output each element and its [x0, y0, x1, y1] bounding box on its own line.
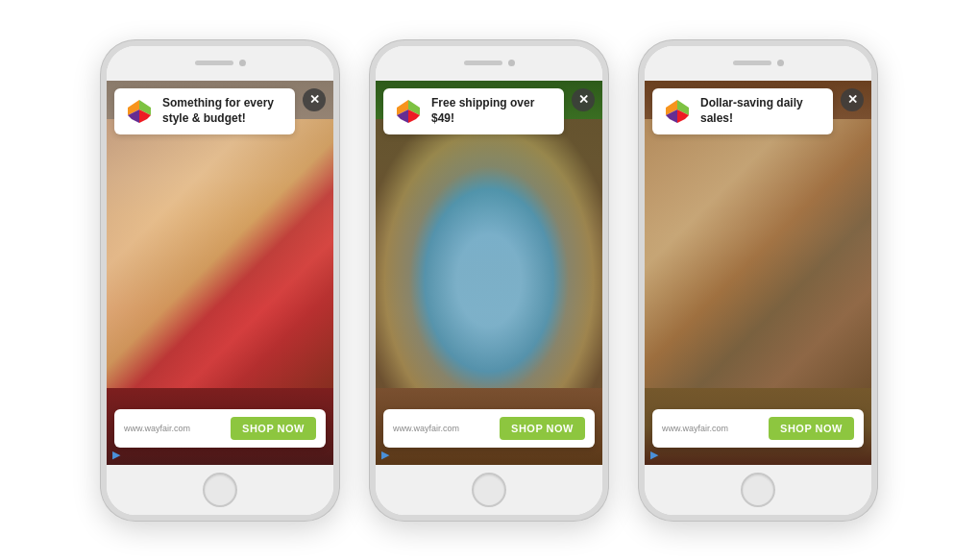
- ad-info-icon-2: ▶: [381, 449, 389, 461]
- volume-down-button-2: [370, 159, 372, 186]
- home-button-3[interactable]: [741, 473, 775, 507]
- power-button: [337, 142, 339, 190]
- ad-product-image-1: [107, 119, 333, 388]
- power-button-2: [606, 142, 608, 190]
- wayfair-logo-3: [662, 96, 693, 127]
- ad-url-1: www.wayfair.com: [124, 424, 190, 433]
- ad-header-panel-3: Dollar-saving daily sales!: [652, 88, 833, 134]
- ad-url-3: www.wayfair.com: [662, 424, 728, 433]
- ad-url-2: www.wayfair.com: [393, 424, 459, 433]
- speaker-3: [733, 61, 771, 65]
- volume-up-button-3: [639, 123, 641, 150]
- close-button-2[interactable]: ✕: [572, 88, 595, 111]
- wayfair-logo-2: [393, 96, 424, 127]
- ad-headline-2: Free shipping over $49!: [431, 96, 554, 126]
- volume-down-button: [101, 159, 103, 186]
- camera-1: [239, 60, 246, 66]
- ad-header-panel-2: Free shipping over $49!: [383, 88, 564, 134]
- phone-bottom-2: [376, 465, 602, 515]
- close-button-3[interactable]: ✕: [841, 88, 864, 111]
- speaker-2: [464, 61, 502, 65]
- phone-top-bar-1: [107, 46, 333, 81]
- phone-2: Free shipping over $49! ✕ www.wayfair.co…: [370, 40, 608, 521]
- home-button-2[interactable]: [472, 473, 506, 507]
- phone-bottom-3: [645, 465, 871, 515]
- ad-product-image-3: [645, 119, 871, 388]
- phone-screen-1: Something for every style & budget! ✕ ww…: [107, 81, 333, 465]
- phone-1: Something for every style & budget! ✕ ww…: [101, 40, 339, 521]
- wayfair-logo-1: [124, 96, 155, 127]
- ad-info-icon-3: ▶: [650, 449, 658, 461]
- power-button-3: [875, 142, 877, 190]
- ad-headline-3: Dollar-saving daily sales!: [700, 96, 823, 126]
- phone-screen-2: Free shipping over $49! ✕ www.wayfair.co…: [376, 81, 602, 465]
- volume-up-button-2: [370, 123, 372, 150]
- camera-3: [777, 60, 784, 66]
- ad-footer-panel-2: www.wayfair.com SHOP NOW: [383, 409, 595, 448]
- shop-now-button-2[interactable]: SHOP NOW: [500, 417, 585, 440]
- close-button-1[interactable]: ✕: [303, 88, 326, 111]
- ad-footer-panel-3: www.wayfair.com SHOP NOW: [652, 409, 864, 448]
- speaker-1: [195, 61, 233, 65]
- ad-product-image-2: [376, 119, 602, 388]
- phones-container: Something for every style & budget! ✕ ww…: [82, 21, 896, 540]
- home-button-1[interactable]: [203, 473, 237, 507]
- phone-3: Dollar-saving daily sales! ✕ www.wayfair…: [639, 40, 877, 521]
- shop-now-button-1[interactable]: SHOP NOW: [231, 417, 316, 440]
- phone-bottom-1: [107, 465, 333, 515]
- ad-headline-1: Something for every style & budget!: [162, 96, 285, 126]
- phone-top-bar-3: [645, 46, 871, 81]
- phone-top-bar-2: [376, 46, 602, 81]
- camera-2: [508, 60, 515, 66]
- ad-info-icon-1: ▶: [112, 449, 120, 461]
- phone-screen-3: Dollar-saving daily sales! ✕ www.wayfair…: [645, 81, 871, 465]
- ad-header-panel-1: Something for every style & budget!: [114, 88, 295, 134]
- volume-down-button-3: [639, 159, 641, 186]
- ad-footer-panel-1: www.wayfair.com SHOP NOW: [114, 409, 326, 448]
- volume-up-button: [101, 123, 103, 150]
- shop-now-button-3[interactable]: SHOP NOW: [769, 417, 854, 440]
